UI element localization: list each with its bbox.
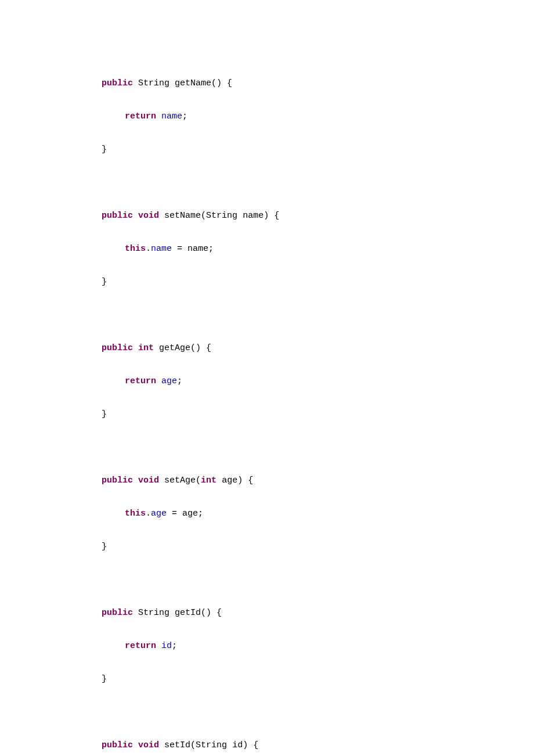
blank-line (0, 440, 534, 456)
line-setId-sig: public void setId(String id) { (0, 737, 534, 754)
line-getName-end: } (0, 142, 534, 159)
blank-line (0, 307, 534, 324)
line-getId-ret: return id; (0, 638, 534, 655)
line-getName-ret: return name; (0, 109, 534, 125)
line-getId-sig: public String getId() { (0, 605, 534, 622)
line-setAge-end: } (0, 539, 534, 556)
line-setAge-body: this.age = age; (0, 506, 534, 523)
line-getName-sig: public String getName() { (0, 75, 534, 92)
line-setAge-sig: public void setAge(int age) { (0, 473, 534, 489)
code-block: public String getName() { return name; }… (0, 75, 534, 756)
line-setName-sig: public void setName(String name) { (0, 208, 534, 225)
line-getAge-ret: return age; (0, 373, 534, 390)
line-getId-end: } (0, 671, 534, 688)
blank-line (0, 572, 534, 589)
line-getAge-sig: public int getAge() { (0, 340, 534, 357)
blank-line (0, 704, 534, 721)
line-setName-end: } (0, 274, 534, 291)
code-page: public String getName() { return name; }… (0, 0, 534, 756)
line-getAge-end: } (0, 406, 534, 423)
blank-line (0, 175, 534, 192)
line-setName-body: this.name = name; (0, 241, 534, 258)
